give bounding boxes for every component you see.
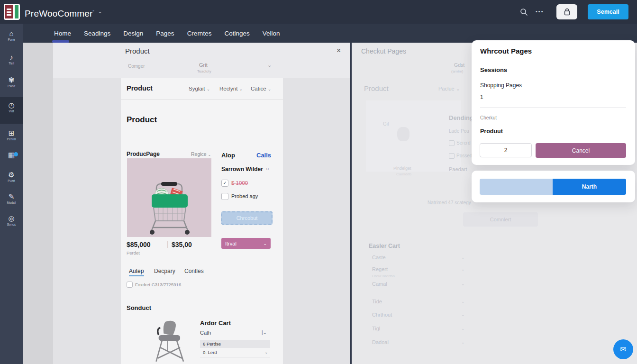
- dropdown-catice[interactable]: Catice ⌄: [251, 86, 271, 91]
- dialog-subtitle-left: Comger: [128, 64, 145, 69]
- camiddb-label: Camiddb: [396, 172, 411, 176]
- sidebar-item-puert[interactable]: ⚙ Puert: [0, 171, 23, 182]
- clock-icon: ◷: [0, 101, 23, 109]
- lerd-row[interactable]: 0. Lerd: [203, 350, 217, 355]
- calls-link[interactable]: Calls: [256, 152, 271, 159]
- left-sidebar: ⌂ Pone ♪ Tiell ✾ Pwolt ◷ Vlat ⊞ Penral ▦…: [0, 24, 23, 364]
- regice-dropdown[interactable]: Regice ⌄: [191, 151, 211, 157]
- price-subtext: Perdet: [127, 250, 140, 255]
- tab-autep[interactable]: Autep: [129, 268, 144, 274]
- sidebar-label: Pwolt: [0, 84, 23, 88]
- sercrd-checkbox[interactable]: [449, 140, 455, 146]
- bag-button[interactable]: [556, 4, 577, 19]
- pindelget-label: Pindelget: [393, 166, 411, 171]
- app-title-text: PreWooCommer: [25, 9, 93, 18]
- tab-decpary[interactable]: Decpary: [154, 268, 175, 274]
- chevron-down-icon: ⌄: [268, 87, 272, 91]
- sidebar-item-vlat-selected[interactable]: ◷ Vlat: [0, 97, 23, 124]
- nav-tab-seadings[interactable]: Seadings: [84, 30, 110, 37]
- close-icon[interactable]: ×: [337, 46, 341, 55]
- sidebar-item-pone[interactable]: ⌂ Pone: [0, 29, 23, 41]
- sidebar-item-pwolt[interactable]: ✾ Pwolt: [0, 76, 23, 88]
- dialog-subtitle-center2: Teactoty: [197, 69, 211, 73]
- title-chevron-down-icon[interactable]: ⌄: [98, 8, 102, 15]
- list-item-camal[interactable]: Camal: [372, 281, 387, 287]
- quantity-input[interactable]: [480, 143, 532, 157]
- faded-image-placeholder: [366, 100, 461, 172]
- sidebar-item-tiell[interactable]: ♪ Tiell: [0, 53, 23, 65]
- cancel-button[interactable]: Cancel: [536, 143, 626, 158]
- paedart-label: Paedart: [449, 166, 467, 172]
- dropdown-label: Regice: [191, 151, 207, 157]
- calendar-icon: ▦: [0, 151, 23, 159]
- dropdown-label: Syglait: [189, 86, 205, 91]
- tab-contles[interactable]: Contles: [184, 268, 204, 274]
- more-options-icon[interactable]: •••: [536, 9, 544, 14]
- possed-checkbox[interactable]: [449, 153, 455, 159]
- search-icon[interactable]: [520, 8, 528, 16]
- chevron-down-icon: ⌄: [263, 241, 267, 246]
- chair-image: [140, 318, 201, 364]
- interval-dropdown-button[interactable]: Itrval ⌄: [221, 238, 271, 249]
- dending-heading: Dending: [449, 114, 473, 121]
- checkout-pages-title: Checkut Pages: [361, 47, 406, 55]
- list-item-regert[interactable]: Regert: [372, 266, 388, 272]
- sidebar-item-modall[interactable]: ✎ Modall: [0, 192, 23, 204]
- nav-tab-pages[interactable]: Pages: [156, 30, 174, 37]
- flower-icon: ✾: [0, 76, 23, 84]
- dropdown-reclynt[interactable]: Reclynt ⌄: [219, 86, 243, 91]
- price-option-checkbox[interactable]: ✓: [221, 180, 228, 187]
- list-item-tide[interactable]: Tide: [372, 299, 382, 304]
- nav-tab-crerntes[interactable]: Crerntes: [187, 30, 212, 37]
- possed-label: Possed: [456, 153, 472, 158]
- chevron-down-icon: ⌄: [461, 312, 465, 317]
- cath-field[interactable]: Cath: [200, 330, 211, 336]
- nav-tab-velion[interactable]: Velion: [263, 30, 280, 37]
- chevron-down-icon: ⌄: [239, 87, 243, 91]
- logo-green-block: [15, 5, 18, 18]
- bag-icon: [564, 8, 571, 16]
- sonduct-heading: Sonduct: [127, 304, 151, 311]
- product-heading: Product: [127, 115, 157, 125]
- product-image: [127, 158, 211, 237]
- nav-tab-cotinges[interactable]: Cotinges: [224, 30, 249, 37]
- price-main: $85,000: [127, 241, 151, 248]
- agy-option-checkbox[interactable]: [221, 193, 228, 200]
- top-bar: PreWooCommer" ⌄ ••• Semcall: [0, 0, 637, 24]
- popup-title: Whrcout Pages: [480, 47, 532, 55]
- list-item-tigl[interactable]: Tigl: [372, 326, 380, 331]
- pen-icon: ✎: [0, 192, 23, 200]
- sercrd-label: Sercrd: [456, 140, 470, 146]
- form-divider: [200, 357, 270, 357]
- chevron-down-icon: ⌄: [461, 299, 465, 304]
- narth-button[interactable]: Narth: [553, 179, 626, 195]
- dialog-chevron-down-icon[interactable]: ⌄: [267, 62, 272, 68]
- faded-image-blob: [397, 127, 410, 141]
- cherkut-label: Cherkut: [480, 115, 497, 120]
- chevron-down-icon: ⌄: [207, 87, 210, 91]
- nav-tab-design[interactable]: Design: [123, 30, 143, 37]
- cath-chevron-icon[interactable]: |⌄: [262, 330, 267, 335]
- perdse-row[interactable]: 6 Perdse: [200, 340, 270, 348]
- chat-fab[interactable]: ✉: [613, 339, 633, 359]
- dropdown-syglait[interactable]: Syglait ⌄: [189, 86, 210, 91]
- dialog-subtitle-center: Grit: [199, 62, 208, 68]
- sidebar-item-calendar[interactable]: ▦: [0, 151, 23, 159]
- sidebar-label: Vlat: [0, 109, 23, 113]
- paclue-dropdown[interactable]: Paclue ⌄: [438, 86, 460, 92]
- narth-left-segment[interactable]: [480, 179, 553, 195]
- comnlert-button[interactable]: Comnlert: [463, 212, 538, 227]
- checkout-button[interactable]: Chrcobut: [221, 211, 273, 225]
- notification-dot: [14, 152, 18, 156]
- tab-autep-underline: [129, 275, 144, 276]
- list-item-caste[interactable]: Caste: [372, 255, 386, 260]
- list-item-chrthout[interactable]: Chrthout: [372, 312, 392, 318]
- sidebar-item-sonos[interactable]: ◎ Sonos: [0, 214, 23, 226]
- list-item-dadoal[interactable]: Dadoal: [372, 339, 389, 345]
- semcall-button[interactable]: Semcall: [588, 4, 628, 19]
- nav-tab-home[interactable]: Home: [54, 30, 71, 37]
- dropdown-label: Catice: [251, 86, 266, 91]
- foxdret-checkbox[interactable]: [127, 282, 133, 288]
- product-page-label: ProducPage: [127, 151, 160, 157]
- sidebar-item-penral[interactable]: ⊞ Penral: [0, 129, 23, 141]
